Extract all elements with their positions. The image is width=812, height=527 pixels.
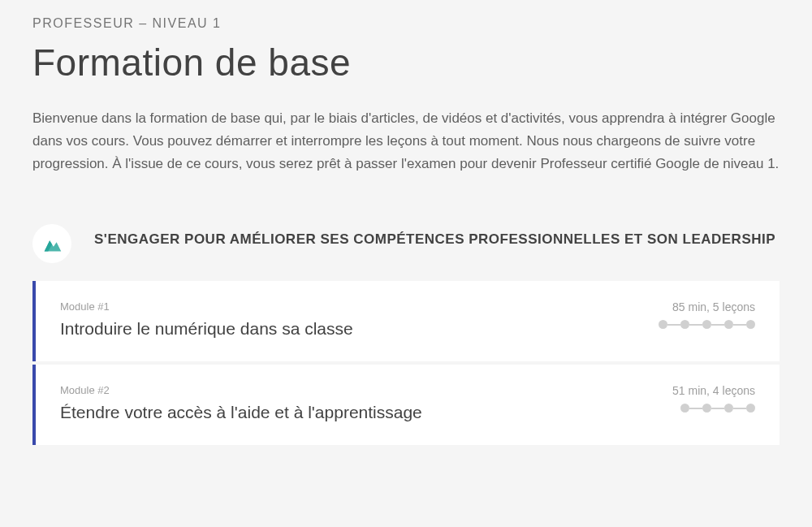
intro-paragraph: Bienvenue dans la formation de base qui,… xyxy=(32,107,780,175)
module-card[interactable]: Module #1 Introduire le numérique dans s… xyxy=(32,281,780,361)
section-title: S'ENGAGER POUR AMÉLIORER SES COMPÉTENCES… xyxy=(94,224,775,250)
module-meta: 85 min, 5 leçons xyxy=(659,300,755,313)
page-eyebrow: PROFESSEUR – NIVEAU 1 xyxy=(32,16,780,31)
module-number: Module #1 xyxy=(60,300,642,313)
module-meta: 51 min, 4 leçons xyxy=(672,384,755,397)
progress-indicator xyxy=(672,404,755,413)
section-header: S'ENGAGER POUR AMÉLIORER SES COMPÉTENCES… xyxy=(32,224,780,263)
module-card[interactable]: Module #2 Étendre votre accès à l'aide e… xyxy=(32,365,780,445)
module-list: Module #1 Introduire le numérique dans s… xyxy=(32,281,780,445)
module-title: Introduire le numérique dans sa classe xyxy=(60,319,642,339)
mountain-icon xyxy=(32,224,71,263)
module-number: Module #2 xyxy=(60,384,656,396)
module-title: Étendre votre accès à l'aide et à l'appr… xyxy=(60,403,656,422)
page-title: Formation de base xyxy=(32,41,780,84)
progress-indicator xyxy=(659,320,755,329)
